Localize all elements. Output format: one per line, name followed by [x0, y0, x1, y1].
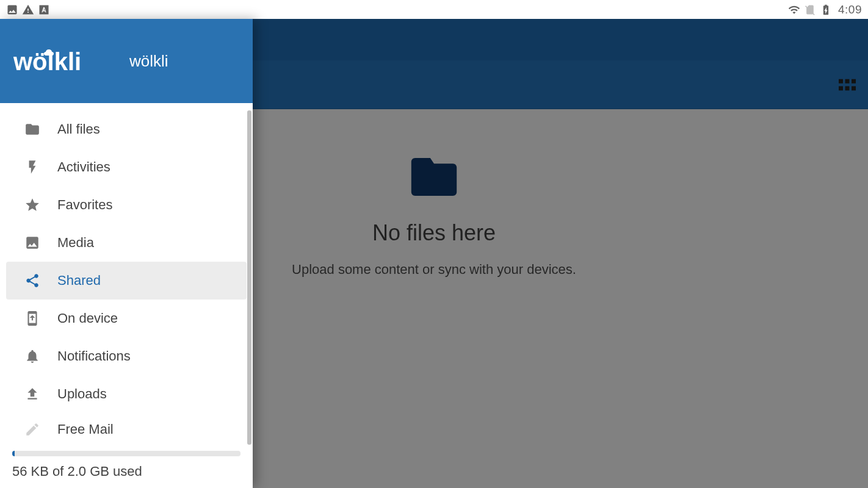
- status-bar-right: 4:09: [788, 3, 862, 16]
- battery-charging-icon: [820, 4, 832, 16]
- share-icon: [24, 273, 40, 289]
- storage-quota-bar: [0, 451, 253, 460]
- sidebar-item-all-files[interactable]: All files: [6, 110, 247, 148]
- sidebar-item-on-device[interactable]: On device: [6, 300, 247, 337]
- bell-icon: [24, 348, 40, 364]
- sidebar-item-label: All files: [57, 121, 100, 137]
- sidebar-item-label: On device: [57, 310, 118, 326]
- folder-icon: [24, 121, 40, 137]
- sidebar-item-label: Free Mail: [57, 422, 114, 436]
- image-notification-icon: [6, 4, 18, 16]
- sidebar-item-label: Media: [57, 235, 94, 251]
- drawer-scrollbar[interactable]: [247, 110, 251, 445]
- drawer-items: All files Activities Favorites Media: [0, 103, 253, 451]
- sidebar-item-label: Favorites: [57, 197, 112, 213]
- warning-notification-icon: [22, 4, 34, 16]
- device-icon: [24, 310, 40, 326]
- storage-quota-text: 56 KB of 2.0 GB used: [0, 460, 253, 488]
- star-icon: [24, 197, 40, 213]
- sidebar-item-label: Notifications: [57, 348, 131, 364]
- sidebar-item-free-mail[interactable]: Free Mail: [6, 413, 247, 436]
- status-bar-clock: 4:09: [838, 3, 862, 16]
- sidebar-item-favorites[interactable]: Favorites: [6, 186, 247, 224]
- text-notification-icon: [38, 4, 50, 16]
- pen-icon: [24, 422, 40, 436]
- image-icon: [24, 235, 40, 251]
- navigation-drawer: wölkli wölkli All files Activities: [0, 19, 253, 488]
- wifi-icon: [788, 4, 800, 16]
- sidebar-item-label: Shared: [57, 273, 101, 289]
- no-sim-icon: [804, 4, 816, 16]
- sidebar-item-media[interactable]: Media: [6, 224, 247, 262]
- sidebar-item-shared[interactable]: Shared: [6, 262, 247, 300]
- app-root: No files here Upload some content or syn…: [0, 19, 868, 488]
- sidebar-item-label: Activities: [57, 159, 110, 175]
- drawer-header: wölkli wölkli: [0, 19, 253, 103]
- sidebar-item-activities[interactable]: Activities: [6, 148, 247, 186]
- bolt-icon: [24, 159, 40, 175]
- drawer-app-name: wölkli: [129, 52, 168, 71]
- sidebar-item-uploads[interactable]: Uploads: [6, 375, 247, 413]
- sidebar-item-label: Uploads: [57, 386, 107, 402]
- sidebar-item-notifications[interactable]: Notifications: [6, 337, 247, 375]
- status-bar-left: [6, 4, 50, 16]
- brand-logo: wölkli: [13, 47, 117, 75]
- upload-icon: [24, 386, 40, 402]
- status-bar: 4:09: [0, 0, 868, 19]
